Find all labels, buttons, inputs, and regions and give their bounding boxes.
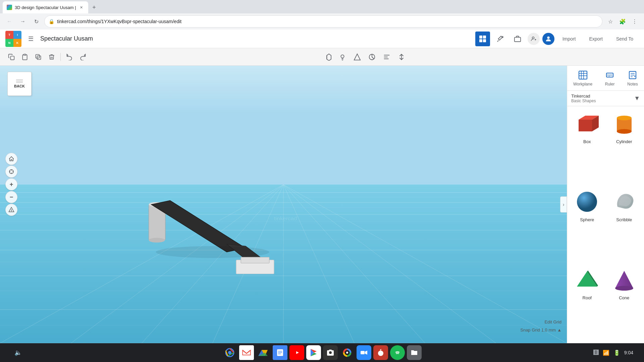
- url-bar[interactable]: 🔒 tinkercad.com/things/1YXwKqvBxpr-spect…: [44, 15, 602, 27]
- url-text: tinkercad.com/things/1YXwKqvBxpr-spectac…: [57, 19, 598, 24]
- taskbar-docs[interactable]: [273, 345, 287, 360]
- files-icon: [410, 349, 418, 357]
- duplicate-button[interactable]: [32, 51, 44, 63]
- svg-point-98: [329, 351, 332, 354]
- shape-item-sphere[interactable]: Sphere: [571, 188, 603, 261]
- shapes-selector[interactable]: Tinkercad Basic Shapes ▼: [567, 91, 644, 106]
- forward-button[interactable]: →: [17, 16, 28, 27]
- svg-rect-1: [483, 36, 486, 39]
- shape-tool-2[interactable]: [366, 51, 378, 63]
- shapes-subcategory: Basic Shapes: [571, 99, 596, 103]
- collapse-panel-handle[interactable]: ›: [560, 196, 567, 213]
- bookmark-button[interactable]: ☆: [605, 16, 616, 27]
- light-tool[interactable]: [336, 51, 348, 63]
- shape-tool-1[interactable]: [351, 51, 363, 63]
- logo-n: N: [5, 39, 13, 47]
- spotify-icon: [393, 349, 401, 357]
- box-label: Box: [583, 139, 591, 144]
- grid-view-button[interactable]: [475, 32, 490, 46]
- export-button[interactable]: Export: [584, 34, 608, 44]
- tab-close-button[interactable]: ✕: [79, 5, 84, 10]
- home-view-button[interactable]: [5, 153, 17, 165]
- photos-icon: [342, 348, 352, 358]
- taskbar-photos[interactable]: [340, 345, 355, 360]
- ruler-button[interactable]: Ruler: [602, 68, 618, 88]
- reload-button[interactable]: ↻: [31, 16, 42, 27]
- shapes-category: Tinkercad: [571, 94, 596, 99]
- taskbar-gmail[interactable]: [239, 345, 254, 360]
- taskbar-camera[interactable]: [323, 345, 338, 360]
- taskbar-system-icon[interactable]: 🔈: [11, 345, 25, 360]
- taskbar-chrome[interactable]: [222, 345, 237, 360]
- copy-button[interactable]: [5, 51, 17, 63]
- toolbar-separator-1: [60, 53, 61, 61]
- edit-grid-label[interactable]: Edit Grid: [544, 319, 561, 324]
- active-tab[interactable]: 3D design Spectacular Uusam | ✕: [3, 1, 88, 13]
- import-button[interactable]: Import: [557, 34, 581, 44]
- right-panel-top: Workplane Rule: [567, 66, 644, 91]
- svg-rect-8: [24, 54, 26, 55]
- back-button[interactable]: ←: [4, 16, 15, 27]
- notes-button[interactable]: Notes: [625, 68, 641, 88]
- workplane-label: Workplane: [573, 82, 592, 86]
- shape-item-scribble[interactable]: Scribble: [608, 188, 640, 261]
- delete-button[interactable]: [46, 51, 58, 63]
- snap-grid-dropdown-icon[interactable]: ▲: [557, 327, 561, 333]
- menu-button[interactable]: ⋮: [629, 16, 640, 27]
- workplane-button[interactable]: Workplane: [571, 68, 595, 88]
- shape-item-cone[interactable]: Cone: [608, 266, 640, 339]
- svg-point-5: [532, 37, 534, 39]
- back-card-lines: [16, 79, 23, 83]
- paste-button[interactable]: [19, 51, 31, 63]
- taskbar-right-area: 🅱 📶 🔋 9:04: [593, 350, 633, 356]
- zoom-out-button[interactable]: −: [5, 191, 17, 203]
- taskbar-spotify[interactable]: [390, 345, 405, 360]
- shape-item-roof[interactable]: Roof: [571, 266, 603, 339]
- taskbar-youtube[interactable]: [289, 345, 304, 360]
- undo-icon: [66, 54, 73, 60]
- taskbar-drive[interactable]: [256, 345, 271, 360]
- redo-button[interactable]: [77, 51, 89, 63]
- new-tab-button[interactable]: +: [90, 3, 99, 12]
- tinkercad-logo[interactable]: T I N K: [5, 31, 21, 47]
- hamburger-menu[interactable]: ☰: [25, 34, 36, 44]
- briefcase-button[interactable]: [510, 32, 525, 46]
- svg-point-102: [378, 351, 383, 356]
- svg-rect-2: [479, 39, 482, 42]
- shapes-dropdown-icon[interactable]: ▼: [634, 95, 640, 102]
- zoom-icon: [360, 349, 368, 357]
- taskbar-pumpkin[interactable]: [373, 345, 388, 360]
- shapes-selector-inner: Tinkercad Basic Shapes ▼: [571, 94, 640, 103]
- main-area: tinkercad BACK: [0, 66, 644, 343]
- svg-rect-3: [483, 39, 486, 42]
- project-name[interactable]: Spectacular Uusam: [40, 35, 471, 42]
- add-account-button[interactable]: [528, 33, 540, 45]
- taskbar-zoom[interactable]: [357, 345, 371, 360]
- taskbar-files[interactable]: [407, 345, 422, 360]
- zoom-in-button[interactable]: +: [5, 178, 17, 190]
- viewport[interactable]: tinkercad BACK: [0, 66, 567, 343]
- extensions-button[interactable]: 🧩: [617, 16, 628, 27]
- undo-button[interactable]: [63, 51, 75, 63]
- shape-item-box[interactable]: Box: [571, 110, 603, 183]
- snap-grid-value[interactable]: 1.0 mm: [541, 327, 556, 333]
- tools-button[interactable]: [493, 32, 507, 46]
- svg-point-99: [346, 352, 348, 354]
- mirror-tool[interactable]: [395, 51, 408, 63]
- taskbar-play[interactable]: [306, 345, 321, 360]
- svg-rect-95: [278, 354, 281, 354]
- align-tool[interactable]: [381, 51, 393, 63]
- back-card: BACK: [7, 72, 32, 96]
- logo-t: T: [5, 31, 13, 39]
- svg-point-52: [156, 246, 269, 258]
- shape-item-cylinder[interactable]: Cylinder: [608, 110, 640, 183]
- svg-text:tinkercad: tinkercad: [274, 216, 297, 221]
- send-to-button[interactable]: Send To: [611, 34, 639, 44]
- camera-tool[interactable]: [322, 51, 334, 63]
- fit-view-button[interactable]: [5, 166, 17, 178]
- redo-icon: [79, 54, 86, 60]
- person-add-icon: [531, 36, 537, 42]
- back-card-line-1: [16, 79, 23, 80]
- user-avatar[interactable]: [542, 33, 554, 45]
- orientation-button[interactable]: [5, 204, 17, 216]
